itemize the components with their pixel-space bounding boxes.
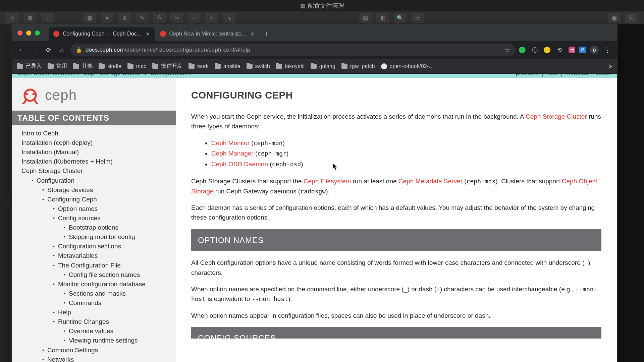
extension-pink-icon[interactable]: ⬒: [569, 47, 575, 53]
bookmark-folder[interactable]: 微信开发: [152, 63, 182, 70]
bg-tool-text[interactable]: A: [153, 13, 166, 23]
extension-sync-icon[interactable]: ⟲: [554, 45, 565, 55]
bookmark-folder[interactable]: work: [189, 63, 209, 69]
bg-tool-r0[interactable]: ▤: [359, 13, 372, 23]
window-close-button[interactable]: [17, 31, 22, 36]
tab-active[interactable]: Configuring Ceph — Ceph Doc… ✕: [49, 27, 155, 41]
toc-item[interactable]: Networks: [12, 355, 176, 362]
bg-tool-6[interactable]: ✂: [170, 13, 183, 23]
bookmark-folder[interactable]: takoyaki: [276, 63, 305, 69]
tab-close-button[interactable]: ✕: [146, 31, 150, 37]
forward-button[interactable]: →: [30, 45, 40, 55]
toc-item[interactable]: Sections and masks: [12, 289, 176, 298]
bookmark-folder[interactable]: golang: [311, 63, 335, 69]
window-minimize-button[interactable]: [26, 31, 31, 36]
toc-item[interactable]: Skipping monitor config: [12, 232, 176, 242]
toc-item[interactable]: Common Settings: [12, 346, 176, 355]
chrome-menu-button[interactable]: ⋮: [603, 46, 612, 54]
toc-item[interactable]: Bootstrap options: [12, 223, 176, 232]
bookmark-star-button[interactable]: ☆: [504, 46, 510, 54]
bg-tool-7[interactable]: ⌁: [188, 13, 201, 23]
link-ceph-storage-cluster[interactable]: Ceph Storage Cluster: [526, 113, 587, 120]
toc-item[interactable]: Ceph Storage Cluster: [12, 166, 176, 176]
nav-modules-link[interactable]: modules: [565, 74, 588, 76]
bg-tool-8[interactable]: ＋: [205, 13, 218, 23]
bg-tool-1[interactable]: ≣: [23, 13, 36, 23]
tab-close-button[interactable]: ✕: [250, 31, 255, 37]
bg-tool-cursor[interactable]: ➤: [101, 13, 113, 23]
extension-translate-icon[interactable]: 译: [579, 47, 586, 53]
breadcrumb-link[interactable]: Ceph Storage Cluster: [83, 74, 141, 76]
paragraph-option-names-cli: When option names are specified on the c…: [191, 284, 601, 304]
bookmark-link[interactable]: open-c-book/02-…: [381, 63, 434, 69]
link-ceph-filesystem[interactable]: Ceph Filesystem: [304, 178, 351, 185]
daemon-link[interactable]: Ceph OSD Daemon: [211, 161, 268, 168]
toc-item[interactable]: The Configuration File: [12, 261, 176, 270]
toc-item[interactable]: Help: [12, 308, 176, 317]
toc-item[interactable]: Configuring Ceph: [12, 195, 176, 204]
extension-info-icon[interactable]: ⓘ: [530, 45, 540, 55]
logo[interactable]: ceph: [12, 78, 176, 111]
new-tab-button[interactable]: ＋: [263, 29, 270, 38]
nav-index-link[interactable]: index: [596, 74, 610, 76]
toc-item[interactable]: Option names: [12, 204, 176, 214]
tab-strip: Configuring Ceph — Ceph Doc… ✕ Ceph New …: [12, 24, 617, 41]
breadcrumb-link[interactable]: Configuration: [150, 74, 186, 76]
bg-tool-5[interactable]: ✎: [136, 13, 148, 23]
bg-tool-2[interactable]: ⇧: [41, 13, 54, 23]
bookmark-folder[interactable]: 常用: [48, 63, 67, 70]
bg-tool-9[interactable]: ↘: [223, 13, 235, 23]
bg-tool-r1[interactable]: ◧: [376, 13, 389, 23]
toc-item[interactable]: Intro to Ceph: [12, 129, 176, 138]
toc-item[interactable]: Runtime Changes: [12, 317, 176, 326]
home-button[interactable]: ⌂: [57, 45, 67, 55]
bg-tool-4[interactable]: ⊕: [118, 13, 131, 23]
daemon-link[interactable]: Ceph Manager: [211, 150, 254, 157]
bg-tool-3[interactable]: ▦: [83, 13, 96, 23]
window-maximize-button[interactable]: [35, 31, 40, 36]
toc-item[interactable]: Installation (ceph-deploy): [12, 138, 176, 147]
toc-item[interactable]: Storage devices: [12, 185, 176, 195]
bookmarks-overflow-button[interactable]: »: [609, 63, 612, 70]
toc-item[interactable]: Override values: [12, 326, 176, 336]
page-viewport: Ceph Documentation» Ceph Storage Cluster…: [12, 74, 617, 362]
toc-item[interactable]: Installation (Manual): [12, 147, 176, 157]
toc-item[interactable]: Configuration: [12, 176, 176, 185]
bookmark-folder[interactable]: 其他: [73, 63, 93, 70]
favicon-icon: [160, 31, 166, 37]
nav-previous-link[interactable]: previous: [516, 74, 539, 76]
omnibox[interactable]: 🔒 docs.ceph.com/docs/mimic/rados/configu…: [70, 44, 516, 56]
reload-button[interactable]: ⟳: [44, 45, 54, 55]
bookmark-folder[interactable]: rgw_patch: [341, 63, 375, 69]
bookmark-folder[interactable]: mac: [127, 63, 146, 69]
breadcrumb-link[interactable]: Ceph Documentation: [17, 74, 74, 76]
toc-item[interactable]: Commands: [12, 298, 176, 308]
bookmark-folder[interactable]: switch: [247, 63, 270, 69]
toc-item[interactable]: Metavariables: [12, 251, 176, 260]
profile-avatar[interactable]: D: [590, 46, 599, 54]
tab-label: Ceph New in Mimic: centralize…: [169, 31, 247, 37]
toc-item[interactable]: Monitor configuration database: [12, 280, 176, 289]
tab-inactive[interactable]: Ceph New in Mimic: centralize… ✕: [155, 27, 259, 41]
bg-tool-0[interactable]: ⌂: [6, 13, 19, 23]
bg-tool-rr0[interactable]: ▣: [608, 13, 621, 23]
extension-evernote-icon[interactable]: [519, 47, 526, 53]
toc-item[interactable]: Configuration sections: [12, 242, 176, 251]
bg-tool-r3[interactable]: ▭: [411, 13, 424, 23]
toc-item[interactable]: Viewing runtime settings: [12, 336, 176, 345]
bookmark-folder[interactable]: kindle: [99, 63, 121, 69]
bg-tool-info[interactable]: ⓘ: [625, 13, 638, 23]
back-button[interactable]: ←: [17, 45, 27, 55]
link-ceph-mds[interactable]: Ceph Metadata Server: [398, 178, 463, 185]
nav-next-link[interactable]: next: [546, 74, 558, 76]
bookmark-folder[interactable]: ansible: [215, 63, 240, 69]
daemon-link[interactable]: Ceph Monitor: [211, 139, 250, 146]
folder-icon: [48, 64, 54, 69]
bg-tool-r2[interactable]: 🔍: [394, 13, 407, 23]
bookmark-folder[interactable]: 已导入: [17, 63, 42, 70]
toc-item[interactable]: Installation (Kubernetes + Helm): [12, 157, 176, 166]
extension-yellow-dot-icon[interactable]: [544, 47, 550, 53]
toc-item[interactable]: Config sources: [12, 214, 176, 223]
extensions-row: ⓘ ⟲ ⬒ 译 D ⋮: [519, 45, 612, 55]
toc-item[interactable]: Config file section names: [12, 270, 176, 280]
